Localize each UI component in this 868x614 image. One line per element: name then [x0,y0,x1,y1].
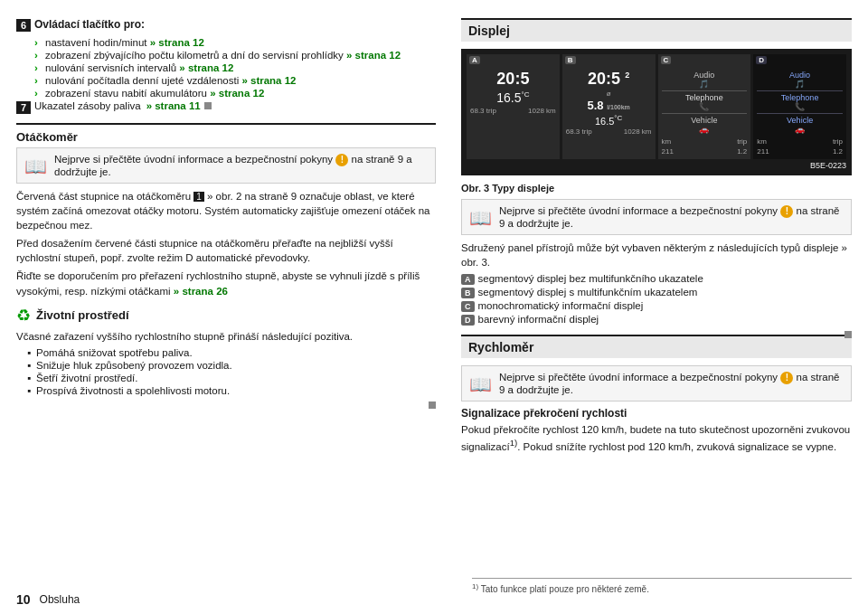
ref-num-1: 1 [193,192,204,202]
eco-header: ♻ Životní prostředí [16,306,436,326]
otackomer-body1: Červená část stupnice na otáčkoměru 1 » … [16,189,436,232]
figure-caption: Obr. 3 Typy displeje [461,183,852,194]
displej-title: Displej [461,18,852,42]
figure-ref: B5E-0223 [467,159,846,170]
section6-list: nastavení hodin/minut » strana 12 zobraz… [34,37,436,99]
rychlomer-section: Rychloměr 📖 Nejprve si přečtěte úvodní i… [461,335,852,454]
panel-d-row: km trip [757,137,843,146]
eco-marker [429,401,436,409]
eco-list: Pomáhá snižovat spotřebu paliva. Snižuje… [27,347,436,396]
panel-b-row: 68.3 trip 1028 km [566,128,652,136]
footnote-ref: 1) [510,438,518,448]
display-type-item-c: C monochromatický informační displej [461,300,852,312]
book-icon: 📖 [24,156,47,177]
list-item: zobrazení zbývajícího počtu kilometrů a … [34,50,436,61]
panel-d-label: D [756,56,767,64]
book-icon-right: 📖 [469,207,492,229]
section6-number: 6 [16,19,31,32]
eco-intro: Včasné zařazení vyššího rychlostního stu… [16,329,436,344]
panel-c-row2: 211 1.2 [662,147,748,156]
page-bottom-left: 10 Obsluha [16,592,80,607]
eco-list-item: Šetří životní prostředí. [27,373,436,383]
panel-a-time: 20:5 [470,71,556,89]
displej-info-block: 📖 Nejprve si přečtěte úvodní informace a… [461,199,852,235]
rychlomer-body: Pokud překročíte rychlost 120 km/h, bude… [461,422,852,454]
otackomer-info-block: 📖 Nejprve si přečtěte úvodní informace a… [16,147,436,184]
telephone-label-d: Telephone [757,93,843,102]
display-image-area: A 20:5 16.5°C 68.3 trip 1028 km B [461,49,852,175]
eco-icon: ♻ [16,306,31,326]
display-type-item-a: A segmentový displej bez multifunkčního … [461,273,852,285]
section6-header: 6 Ovládací tlačítko pro: [16,18,436,32]
footnote-area: 1) Tato funkce platí pouze pro některé z… [472,578,852,594]
eco-list-item: Pomáhá snižovat spotřebu paliva. [27,347,436,358]
panel-d: D Audio 🎵 Telephone 📞 Vehicle 🚗 [753,54,846,159]
panel-b-time: 20:5 2 [566,71,652,89]
rychlomer-sub: Signalizace překročení rychlosti [461,407,852,420]
otackomer-body2: Před dosažením červené části stupnice na… [16,236,436,265]
panel-a-label: A [469,56,480,64]
panel-c-row: km trip [662,137,748,146]
panel-d-row2: 211 1.2 [757,147,843,156]
warn-icon-rychlomer: ! [780,372,793,384]
eco-title: Životní prostředí [36,308,129,322]
otackomer-title: Otáčkoměr [16,123,436,144]
panel-b-symbol: ø [566,90,652,98]
section7-link: » strana 11 [146,100,201,111]
audio-icon-d: Audio 🎵 [757,71,843,89]
section6-title: Ovládací tlačítko pro: [34,18,145,31]
panel-b: B 20:5 2 ø 5.8 l/100km 16.5°C [562,54,656,159]
panel-c-content: Audio 🎵 Telephone 📞 Vehicle 🚗 km trip [662,71,748,156]
panel-a: A 20:5 16.5°C 68.3 trip 1028 km [467,54,560,159]
displej-body1: Sdružený panel přístrojů může být vybave… [461,241,852,269]
panel-a-content: 20:5 16.5°C 68.3 trip 1028 km [470,71,556,115]
otackomer-body3: Řiďte se doporučením pro přeřazení rychl… [16,269,436,298]
vehicle-label-d: Vehicle [757,116,843,125]
list-item: nulování počítadla denní ujeté vzdálenos… [34,75,436,86]
section7-text: Ukazatel zásoby paliva [34,100,141,111]
section7-row: 7 Ukazatel zásoby paliva » strana 11 [16,100,436,114]
section7-number: 7 [16,101,31,114]
list-item: zobrazení stavu nabití akumulátoru » str… [34,88,436,99]
panel-b-label: B [565,56,576,64]
audio-icon-c: Audio 🎵 [662,71,748,89]
list-item: nulování servisních intervalů » strana 1… [34,62,436,73]
display-panels: A 20:5 16.5°C 68.3 trip 1028 km B [467,54,846,159]
warn-icon: ! [335,154,348,166]
display-type-item-b: B segmentový displej s multifunkčním uka… [461,287,852,298]
eco-list-item: Snižuje hluk způsobený provozem vozidla. [27,360,436,371]
section-marker [204,102,212,109]
car-icon-c: 🚗 [662,125,748,134]
panel-c: C Audio 🎵 Telephone 📞 Vehicle 🚗 [658,54,751,159]
panel-b-temp: 16.5°C [566,114,652,127]
display-type-item-d: D barevný informační displej [461,314,852,326]
panel-a-temp: 16.5°C [470,90,556,105]
page-section: Obsluha [40,593,80,606]
panel-d-content: Audio 🎵 Telephone 📞 Vehicle 🚗 km trip [757,71,843,156]
phone-icon-d: 📞 [757,102,843,111]
otackomer-info-text: Nejprve si přečtěte úvodní informace a b… [54,154,428,177]
warn-icon-right: ! [780,205,793,218]
page-number: 10 [16,592,31,607]
footnote-text: Tato funkce platí pouze pro některé země… [481,584,649,594]
panel-b-speed: 5.8 l/100km [566,99,652,112]
panel-a-row: 68.3 trip 1028 km [470,107,556,115]
panel-b-content: 20:5 2 ø 5.8 l/100km 16.5°C 68.3 trip [566,71,652,136]
eco-list-item: Prospívá životnosti a spolehlivosti moto… [27,385,436,396]
telephone-label-c: Telephone [662,93,748,102]
right-column: Displej A 20:5 16.5°C 68.3 trip 1028 km [452,9,868,605]
rychlomer-info-block: 📖 Nejprve si přečtěte úvodní informace a… [461,365,852,401]
phone-icon-c: 📞 [662,102,748,111]
list-item: nastavení hodin/minut » strana 12 [34,37,436,48]
book-icon-rychlomer: 📖 [469,373,492,395]
footnote-number: 1) [472,582,478,590]
displej-info-text: Nejprve si přečtěte úvodní informace a b… [499,205,844,229]
rychlomer-info-text: Nejprve si přečtěte úvodní informace a b… [499,372,844,395]
vehicle-label-c: Vehicle [662,116,748,125]
left-column: 6 Ovládací tlačítko pro: nastavení hodin… [0,9,452,605]
car-icon-d: 🚗 [757,125,843,134]
displej-marker [844,331,852,338]
eco-section: ♻ Životní prostředí Včasné zařazení vyšš… [16,306,436,396]
display-types-list: A segmentový displej bez multifunkčního … [461,273,852,326]
rychlomer-title: Rychloměr [461,335,852,358]
